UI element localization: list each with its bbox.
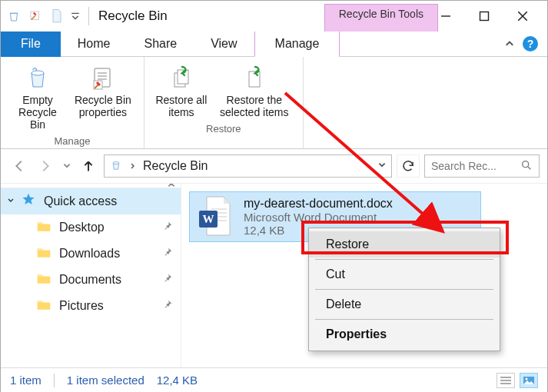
ribbon: Empty Recycle Bin Recycle Bin properties…: [1, 57, 547, 149]
context-menu-separator: [315, 259, 493, 260]
context-menu-restore[interactable]: Restore: [309, 231, 500, 257]
window-controls: [438, 1, 547, 32]
item-name: my-dearest-document.docx: [244, 197, 393, 211]
restore-selected-button[interactable]: Restore the selected items: [214, 61, 295, 121]
qat-dropdown-icon[interactable]: [70, 8, 81, 25]
item-type: Microsoft Word Document: [244, 211, 393, 224]
address-text: Recycle Bin: [143, 159, 208, 173]
context-menu-cut[interactable]: Cut: [309, 261, 500, 287]
navigation-pane: Quick access Desktop Downloads Documents…: [1, 184, 181, 367]
word-file-icon: W: [198, 195, 234, 238]
tab-manage[interactable]: Manage: [254, 32, 340, 57]
folder-icon: [36, 271, 51, 288]
help-icon[interactable]: ?: [523, 36, 538, 51]
navigation-bar: Recycle Bin Search Rec...: [1, 149, 547, 183]
window-title: Recycle Bin: [92, 1, 174, 32]
chevron-down-icon[interactable]: [7, 196, 15, 207]
back-button[interactable]: [8, 155, 30, 177]
pin-icon: [162, 273, 173, 287]
forward-button[interactable]: [35, 155, 56, 177]
ribbon-group-restore: Restore all items Restore the selected i…: [144, 57, 304, 148]
svg-point-3: [32, 71, 44, 75]
tab-home[interactable]: Home: [61, 32, 128, 57]
context-menu-delete[interactable]: Delete: [309, 291, 500, 317]
ribbon-group-manage: Empty Recycle Bin Recycle Bin properties…: [1, 57, 144, 148]
recycle-bin-icon[interactable]: [5, 8, 22, 25]
empty-recycle-bin-button[interactable]: Empty Recycle Bin: [8, 61, 67, 134]
svg-text:W: W: [203, 213, 214, 225]
search-placeholder: Search Rec...: [431, 160, 520, 172]
sidebar-item-pictures[interactable]: Pictures: [1, 293, 181, 319]
folder-icon: [36, 297, 51, 314]
svg-point-13: [523, 161, 529, 167]
title-separator: [88, 7, 89, 25]
minimize-button[interactable]: [438, 8, 453, 24]
explorer-window: Recycle Bin Recycle Bin Tools File Home …: [0, 0, 548, 392]
context-menu-separator: [315, 289, 493, 290]
sidebar-item-quick-access[interactable]: Quick access: [1, 188, 181, 214]
restore-selected-icon: [241, 65, 268, 92]
status-item-count: 1 item: [10, 374, 42, 387]
ribbon-tabs: File Home Share View Manage ?: [1, 32, 547, 57]
sidebar-item-downloads[interactable]: Downloads: [1, 241, 181, 267]
svg-point-12: [113, 161, 119, 164]
empty-bin-icon: [24, 65, 51, 92]
search-icon: [520, 159, 533, 174]
contextual-tools-tab[interactable]: Recycle Bin Tools: [324, 4, 438, 32]
context-menu-properties[interactable]: Properties: [309, 321, 500, 347]
properties-qat-icon[interactable]: [27, 8, 44, 25]
new-doc-qat-icon[interactable]: [48, 8, 65, 25]
restore-all-label: Restore all items: [154, 94, 209, 118]
star-icon: [21, 192, 36, 211]
details-view-button[interactable]: [497, 373, 515, 388]
sidebar-item-documents[interactable]: Documents: [1, 267, 181, 293]
downloads-label: Downloads: [59, 247, 120, 261]
folder-icon: [36, 219, 51, 236]
address-chevron-icon[interactable]: [129, 160, 137, 172]
restore-all-button[interactable]: Restore all items: [152, 61, 211, 121]
up-button[interactable]: [78, 155, 99, 177]
collapse-ribbon-icon[interactable]: [504, 38, 515, 51]
ribbon-group-restore-title: Restore: [152, 123, 295, 135]
status-size: 12,4 KB: [157, 374, 198, 387]
tab-view[interactable]: View: [194, 32, 254, 57]
properties-label: Recycle Bin properties: [71, 94, 135, 118]
sidebar-item-desktop[interactable]: Desktop: [1, 214, 181, 241]
svg-point-25: [526, 377, 528, 380]
properties-icon: [89, 65, 117, 92]
status-bar: 1 item 1 item selected 12,4 KB: [1, 367, 547, 392]
restore-selected-label: Restore the selected items: [215, 94, 294, 118]
recycle-bin-properties-button[interactable]: Recycle Bin properties: [70, 61, 136, 121]
status-selected: 1 item selected: [67, 374, 144, 387]
pin-icon: [162, 221, 173, 234]
maximize-button[interactable]: [477, 8, 492, 24]
large-icons-view-button[interactable]: [520, 373, 538, 388]
titlebar: Recycle Bin Recycle Bin Tools: [1, 1, 547, 32]
tab-file[interactable]: File: [1, 32, 61, 57]
quick-access-toolbar: [1, 1, 85, 32]
tab-share[interactable]: Share: [127, 32, 194, 57]
documents-label: Documents: [59, 273, 121, 287]
desktop-label: Desktop: [59, 221, 105, 234]
pin-icon: [162, 299, 173, 313]
empty-bin-label: Empty Recycle Bin: [10, 94, 65, 131]
ribbon-group-manage-title: Manage: [8, 135, 136, 147]
close-button[interactable]: [515, 8, 530, 24]
status-separator: [54, 374, 55, 387]
svg-line-14: [528, 167, 530, 169]
folder-icon: [36, 245, 51, 262]
quick-access-label: Quick access: [44, 194, 117, 208]
pin-icon: [162, 247, 173, 261]
refresh-button[interactable]: [397, 154, 420, 178]
context-menu-separator: [315, 319, 493, 320]
address-bar[interactable]: Recycle Bin: [104, 154, 392, 178]
address-bin-icon: [109, 158, 123, 174]
address-dropdown-icon[interactable]: [377, 160, 387, 172]
search-box[interactable]: Search Rec...: [424, 154, 540, 178]
svg-rect-2: [480, 12, 489, 21]
context-menu: Restore Cut Delete Properties: [308, 228, 500, 351]
restore-all-icon: [168, 65, 195, 92]
pictures-label: Pictures: [59, 299, 104, 313]
recent-locations-dropdown[interactable]: [61, 155, 73, 177]
